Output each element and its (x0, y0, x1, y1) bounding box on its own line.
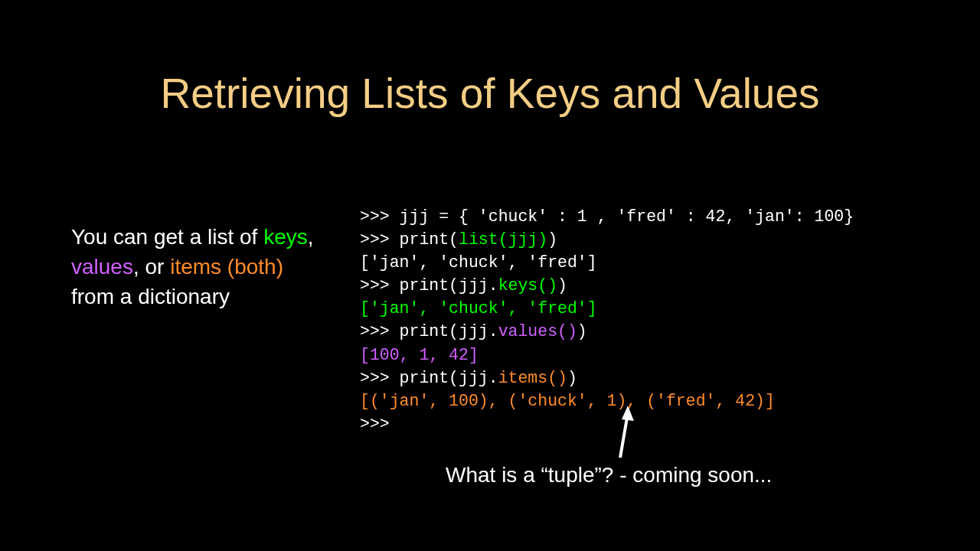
body-comma1: , (308, 225, 314, 249)
code-block: >>> jjj = { 'chuck' : 1 , 'fred' : 42, '… (360, 205, 854, 435)
code-line-6c: ) (577, 322, 587, 341)
arrow-icon (612, 406, 643, 463)
slide: Retrieving Lists of Keys and Values You … (0, 0, 980, 551)
code-line-8c: ) (567, 369, 577, 387)
footnote-text: What is a “tuple”? - coming soon... (446, 463, 772, 487)
code-line-6b: values() (498, 322, 577, 341)
code-line-2a: >>> print( (360, 230, 459, 249)
code-line-6a: >>> print(jjj. (360, 322, 498, 341)
code-line-2b: list(jjj) (459, 230, 547, 249)
keyword-items: items (both) (170, 255, 283, 279)
body-part2: from a dictionary (71, 285, 230, 308)
body-part1: You can get a list of (71, 225, 263, 249)
code-line-7: [100, 1, 42] (360, 346, 479, 364)
code-line-1: >>> jjj = { 'chuck' : 1 , 'fred' : 42, '… (360, 207, 854, 226)
code-line-5: ['jan', 'chuck', 'fred'] (360, 299, 597, 318)
code-line-2c: ) (547, 230, 557, 249)
code-line-4b: keys() (498, 276, 557, 295)
keyword-keys: keys (263, 225, 308, 249)
code-line-4c: ) (557, 276, 567, 295)
body-comma2: , or (133, 255, 170, 279)
slide-title: Retrieving Lists of Keys and Values (0, 69, 980, 118)
code-line-4a: >>> print(jjj. (360, 276, 498, 295)
code-line-3: ['jan', 'chuck', 'fred'] (360, 253, 597, 272)
code-line-8a: >>> print(jjj. (360, 369, 498, 387)
code-line-10: >>> (360, 415, 400, 433)
svg-marker-1 (622, 406, 634, 421)
code-line-9: [('jan', 100), ('chuck', 1), ('fred', 42… (360, 392, 775, 410)
keyword-values: values (71, 255, 133, 279)
body-text: You can get a list of keys, values, or i… (71, 222, 332, 312)
code-line-8b: items() (498, 369, 567, 387)
